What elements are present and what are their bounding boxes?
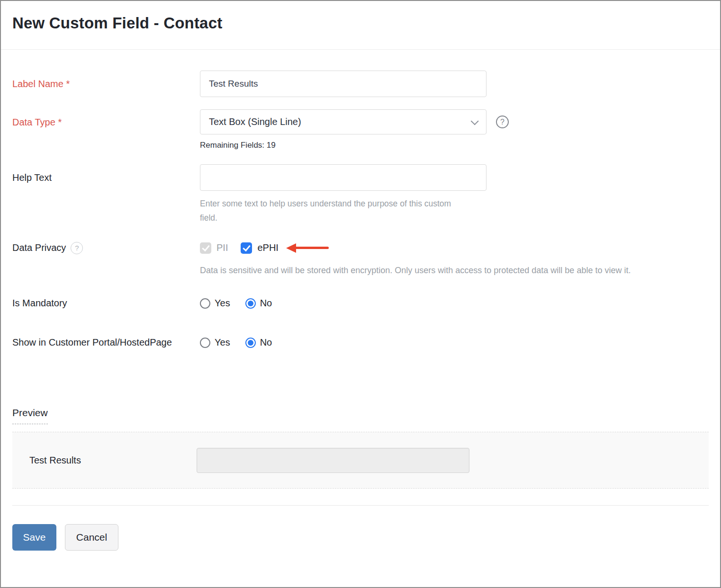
radio-unselected-icon [200, 298, 210, 309]
is-mandatory-no-radio[interactable]: No [245, 298, 272, 309]
footer-divider [12, 505, 709, 506]
show-in-portal-yes-radio[interactable]: Yes [200, 337, 230, 348]
radio-unselected-icon [200, 338, 210, 348]
is-mandatory-no-label: No [260, 298, 272, 309]
data-type-select[interactable]: Text Box (Single Line) [200, 109, 487, 134]
label-name-text: Label Name [12, 79, 63, 89]
form-body: Label Name * Data Type * Text Box (Singl… [1, 71, 720, 424]
data-type-label: Data Type * [12, 109, 200, 129]
show-in-portal-radio-group: Yes No [200, 336, 709, 349]
data-privacy-description: Data is sensitive and will be stored wit… [200, 263, 678, 278]
data-type-field: Text Box (Single Line) ? Remaining Field… [200, 109, 709, 150]
label-name-field [200, 71, 709, 97]
help-text-field: Enter some text to help users understand… [200, 164, 709, 225]
is-mandatory-radio-group: Yes No [200, 297, 709, 310]
is-mandatory-label: Is Mandatory [12, 297, 200, 310]
data-privacy-row: Data Privacy ? PII ePHI Data is sensitiv… [12, 241, 709, 278]
help-text-row: Help Text Enter some text to help users … [12, 164, 709, 225]
chevron-down-icon [471, 117, 479, 125]
help-text-hint: Enter some text to help users understand… [200, 196, 465, 225]
footer-area: Save Cancel [1, 505, 720, 551]
ephi-checkbox-label: ePHI [257, 242, 278, 253]
data-type-selected-value: Text Box (Single Line) [209, 116, 301, 127]
data-privacy-field: PII ePHI Data is sensitive and will be s… [200, 241, 709, 278]
data-privacy-text: Data Privacy [12, 241, 66, 254]
preview-heading: Preview [12, 407, 48, 424]
show-in-portal-label: Show in Customer Portal/HostedPage [12, 333, 200, 351]
privacy-checkbox-group: PII ePHI [200, 241, 709, 254]
show-in-portal-field: Yes No [200, 336, 709, 349]
is-mandatory-field: Yes No [200, 297, 709, 310]
required-asterisk: * [58, 117, 62, 127]
page-header: New Custom Field - Contact [1, 1, 720, 50]
data-type-inline: Text Box (Single Line) ? [200, 109, 709, 134]
is-mandatory-row: Is Mandatory Yes No [12, 297, 709, 310]
pii-checkbox [200, 242, 211, 254]
data-type-text: Data Type [12, 117, 55, 127]
preview-field-input [197, 448, 469, 473]
show-in-portal-row: Show in Customer Portal/HostedPage Yes N… [12, 336, 709, 351]
data-type-help-icon[interactable]: ? [496, 116, 509, 128]
page-title: New Custom Field - Contact [12, 14, 709, 32]
preview-section: Preview [12, 407, 709, 424]
arrow-tail [295, 247, 329, 249]
data-privacy-label: Data Privacy ? [12, 241, 200, 254]
is-mandatory-yes-radio[interactable]: Yes [200, 298, 230, 309]
radio-selected-icon [245, 298, 256, 309]
help-text-input[interactable] [200, 164, 487, 191]
help-text-label: Help Text [12, 164, 200, 184]
data-type-row: Data Type * Text Box (Single Line) ? Rem… [12, 109, 709, 150]
radio-selected-icon [245, 338, 256, 348]
is-mandatory-yes-label: Yes [215, 298, 230, 309]
pii-checkbox-label: PII [216, 242, 228, 253]
preview-field-label: Test Results [29, 455, 197, 466]
preview-panel: Test Results [12, 432, 709, 489]
save-button[interactable]: Save [12, 524, 56, 551]
action-buttons: Save Cancel [12, 524, 709, 551]
label-name-input[interactable] [200, 71, 487, 97]
show-in-portal-yes-label: Yes [215, 337, 230, 348]
data-privacy-help-icon[interactable]: ? [71, 242, 83, 254]
required-asterisk: * [66, 79, 70, 89]
ephi-checkbox[interactable] [241, 242, 252, 254]
show-in-portal-no-label: No [260, 337, 272, 348]
label-name-label: Label Name * [12, 71, 200, 90]
show-in-portal-no-radio[interactable]: No [245, 337, 272, 348]
cancel-button[interactable]: Cancel [65, 524, 118, 551]
remaining-fields-text: Remaining Fields: 19 [200, 141, 709, 150]
label-name-row: Label Name * [12, 71, 709, 97]
red-arrow-annotation-icon [286, 243, 329, 253]
